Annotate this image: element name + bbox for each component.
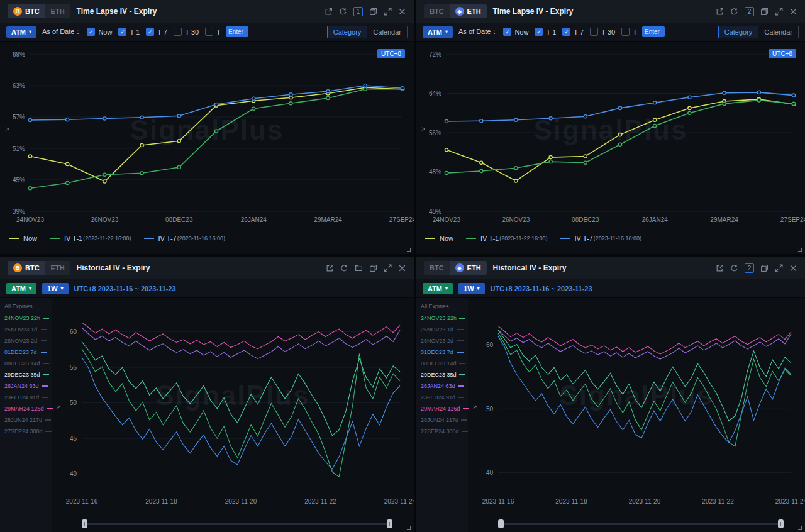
period-dropdown[interactable]: 1W▾	[458, 283, 485, 294]
legend-item-iv-t-1[interactable]: IV T-1(2023-11-22 16:00)	[466, 235, 548, 242]
expiry-sidebar: All Expiries 24NOV23 22h25NOV23 1d26NOV2…	[416, 298, 468, 532]
atm-dropdown[interactable]: ATM▾	[6, 26, 36, 38]
view-toggle-category[interactable]: Category	[718, 26, 759, 38]
asof-checkbox-t-[interactable]: T-	[205, 28, 223, 36]
expiry-item-23feb24-91d[interactable]: 23FEB24 91d	[4, 394, 47, 401]
expand-icon[interactable]	[384, 8, 392, 16]
refresh-icon[interactable]	[730, 8, 738, 16]
expiry-item-28jun24-217d[interactable]: 28JUN24 217d	[4, 417, 47, 423]
expiry-item-29mar24-126d[interactable]: 29MAR24 126d	[421, 406, 464, 412]
resize-handle[interactable]	[798, 248, 802, 252]
close-icon[interactable]	[789, 8, 797, 16]
expiry-item-24nov23-22h[interactable]: 24NOV23 22h	[421, 315, 464, 321]
count-badge[interactable]: 1	[353, 7, 363, 16]
expiry-item-25nov23-1d[interactable]: 25NOV23 1d	[4, 326, 47, 333]
expiry-item-08dec23-14d[interactable]: 08DEC23 14d	[421, 360, 464, 367]
close-icon[interactable]	[789, 264, 797, 272]
copy-icon[interactable]	[760, 264, 769, 272]
coin-tab-eth[interactable]: ◆ETH	[450, 4, 487, 18]
coin-tab-btc[interactable]: BBTC	[8, 261, 45, 275]
view-toggle-calendar[interactable]: Calendar	[367, 26, 408, 38]
open-icon[interactable]	[716, 264, 724, 272]
refresh-icon[interactable]	[339, 8, 347, 16]
historical-iv-chart[interactable]: 4050602023-11-162023-11-182023-11-202023…	[468, 298, 805, 511]
time-range-slider[interactable]	[498, 519, 784, 528]
folder-icon[interactable]	[355, 264, 363, 272]
close-icon[interactable]	[398, 264, 406, 272]
expand-icon[interactable]	[384, 264, 392, 272]
expiry-item-01dec23-7d[interactable]: 01DEC23 7d	[421, 349, 464, 355]
view-toggle-category[interactable]: Category	[327, 26, 368, 38]
asof-checkbox-now[interactable]: ✓Now	[503, 28, 528, 36]
slider-handle-right[interactable]	[778, 519, 784, 528]
slider-track[interactable]	[87, 523, 387, 525]
count-badge[interactable]: 2	[745, 263, 754, 273]
refresh-icon[interactable]	[730, 264, 738, 272]
t-custom-input[interactable]	[642, 26, 665, 37]
asof-checkbox-t-[interactable]: T-	[621, 28, 639, 36]
expiry-item-25nov23-1d[interactable]: 25NOV23 1d	[421, 326, 464, 333]
asof-checkbox-t-7[interactable]: ✓T-7	[146, 28, 167, 36]
t-custom-input[interactable]	[226, 26, 248, 37]
copy-icon[interactable]	[369, 264, 377, 272]
resize-handle[interactable]	[798, 526, 802, 530]
legend-item-iv-t-7[interactable]: IV T-7(2023-11-16 16:00)	[144, 235, 226, 242]
refresh-icon[interactable]	[340, 264, 348, 272]
asof-checkbox-t-7[interactable]: ✓T-7	[562, 28, 584, 36]
period-dropdown[interactable]: 1W▾	[42, 283, 69, 294]
expiry-item-27sep24-308d[interactable]: 27SEP24 308d	[4, 428, 47, 435]
time-range-slider[interactable]	[82, 519, 392, 528]
coin-tab-btc[interactable]: BBTC	[8, 4, 45, 18]
atm-dropdown[interactable]: ATM▾	[6, 283, 36, 294]
expiry-item-08dec23-14d[interactable]: 08DEC23 14d	[4, 360, 47, 367]
expiry-item-23feb24-91d[interactable]: 23FEB24 91d	[421, 394, 464, 401]
asof-checkbox-t-1[interactable]: ✓T-1	[118, 28, 140, 36]
checkbox-box: ✓	[87, 28, 95, 36]
resize-handle[interactable]	[407, 526, 411, 530]
coin-tab-eth[interactable]: ETH	[45, 261, 70, 275]
copy-icon[interactable]	[369, 8, 377, 16]
slider-handle-right[interactable]	[387, 519, 392, 528]
open-icon[interactable]	[325, 8, 333, 16]
slider-track[interactable]	[504, 523, 778, 525]
atm-dropdown[interactable]: ATM▾	[423, 283, 453, 294]
expiry-item-26jan24-63d[interactable]: 26JAN24 63d	[4, 383, 47, 389]
expiry-item-26nov23-2d[interactable]: 26NOV23 2d	[421, 338, 464, 344]
expand-icon[interactable]	[775, 264, 783, 272]
asof-checkbox-t-30[interactable]: T-30	[590, 28, 615, 36]
close-icon[interactable]	[398, 8, 406, 16]
asof-checkbox-t-1[interactable]: ✓T-1	[535, 28, 556, 36]
expiry-item-29mar24-126d[interactable]: 29MAR24 126d	[4, 406, 47, 412]
expiry-item-28jun24-217d[interactable]: 28JUN24 217d	[421, 417, 464, 423]
expiry-item-26nov23-2d[interactable]: 26NOV23 2d	[4, 338, 47, 344]
atm-dropdown[interactable]: ATM▾	[423, 26, 453, 38]
coin-tab-eth[interactable]: ETH	[45, 4, 70, 18]
expiry-item-24nov23-22h[interactable]: 24NOV23 22h	[4, 315, 47, 321]
count-badge[interactable]: 2	[745, 7, 754, 16]
expiry-item-29dec23-35d[interactable]: 29DEC23 35d	[421, 372, 464, 378]
resize-handle[interactable]	[407, 248, 411, 252]
coin-tab-eth[interactable]: ◆ETH	[450, 261, 487, 275]
coin-tab-btc[interactable]: BTC	[424, 4, 450, 18]
copy-icon[interactable]	[760, 8, 769, 16]
expiry-item-29dec23-35d[interactable]: 29DEC23 35d	[4, 372, 47, 378]
asof-checkbox-now[interactable]: ✓Now	[87, 28, 112, 36]
iv-expiry-chart[interactable]: 40%48%56%64%72%24NOV2326NOV2308DEC2326JA…	[416, 42, 805, 228]
asof-checkbox-t-30[interactable]: T-30	[174, 28, 199, 36]
historical-iv-chart[interactable]: 40455055602023-11-162023-11-182023-11-20…	[52, 298, 414, 511]
expiry-item-26jan24-63d[interactable]: 26JAN24 63d	[421, 383, 464, 389]
slider-handle-left[interactable]	[498, 519, 504, 528]
legend-item-iv-t-7[interactable]: IV T-7(2023-11-16 16:00)	[560, 235, 642, 242]
view-toggle-calendar[interactable]: Calendar	[758, 26, 799, 38]
open-icon[interactable]	[716, 8, 724, 16]
legend-item-iv-t-1[interactable]: IV T-1(2023-11-22 16:00)	[50, 235, 131, 242]
expiry-item-27sep24-308d[interactable]: 27SEP24 308d	[421, 428, 464, 435]
expiry-item-01dec23-7d[interactable]: 01DEC23 7d	[4, 349, 47, 355]
coin-tab-btc[interactable]: BTC	[424, 261, 450, 275]
expand-icon[interactable]	[775, 8, 783, 16]
legend-item-now[interactable]: Now	[425, 235, 453, 242]
slider-handle-left[interactable]	[82, 519, 87, 528]
open-icon[interactable]	[326, 264, 334, 272]
legend-item-now[interactable]: Now	[9, 235, 37, 242]
iv-expiry-chart[interactable]: 39%45%51%57%63%69%24NOV2326NOV2308DEC232…	[0, 42, 414, 228]
